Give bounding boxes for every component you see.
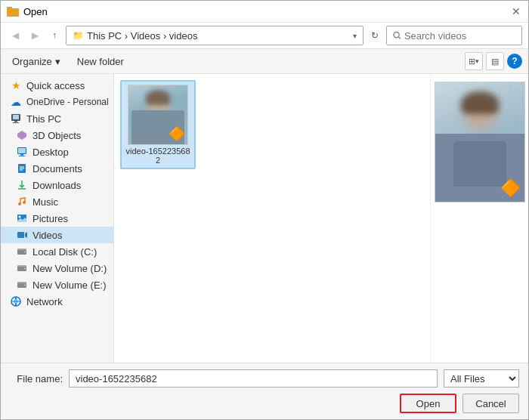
sidebar-label-desktop: Desktop	[32, 147, 69, 158]
preview-area: 🔶	[430, 74, 528, 363]
pictures-icon	[16, 212, 28, 224]
organize-button[interactable]: Organize ▾	[7, 53, 66, 70]
svg-point-26	[24, 252, 26, 253]
sidebar-label-downloads: Downloads	[32, 180, 81, 191]
svg-marker-8	[17, 131, 26, 140]
sidebar-label-videos: Videos	[32, 230, 63, 241]
sidebar: ★ Quick access ☁ OneDrive - Personal	[1, 74, 114, 363]
folder-icon	[7, 5, 19, 17]
sidebar-label-pictures: Pictures	[32, 213, 68, 224]
star-icon: ★	[10, 79, 22, 91]
sidebar-item-local-disk-c[interactable]: Local Disk (C:)	[1, 243, 113, 260]
sidebar-label-3d-objects: 3D Objects	[32, 130, 81, 141]
sidebar-label-documents: Documents	[32, 163, 82, 174]
svg-point-19	[23, 201, 26, 204]
svg-rect-10	[18, 148, 26, 153]
new-folder-label: New folder	[77, 56, 124, 67]
address-bar[interactable]: 📁 This PC › Videos › videos ▾	[66, 26, 363, 45]
sidebar-label-new-volume-d: New Volume (D:)	[32, 263, 107, 274]
file-grid: 🔶 video-165223568 2	[120, 80, 424, 169]
svg-rect-5	[13, 115, 19, 119]
help-button[interactable]: ?	[507, 54, 522, 69]
file-item[interactable]: 🔶 video-165223568 2	[120, 80, 196, 169]
sidebar-item-desktop[interactable]: Desktop	[1, 144, 113, 160]
sidebar-item-downloads[interactable]: Downloads	[1, 177, 113, 193]
pc-icon	[10, 113, 22, 125]
music-icon	[16, 196, 28, 208]
videos-icon	[16, 229, 28, 241]
help-icon: ?	[512, 56, 517, 66]
search-icon	[393, 31, 401, 40]
svg-rect-22	[17, 232, 24, 238]
svg-line-3	[398, 37, 401, 39]
search-bar[interactable]	[386, 26, 522, 45]
back-button[interactable]: ◀	[7, 27, 23, 44]
refresh-button[interactable]: ↻	[367, 27, 383, 44]
svg-rect-25	[17, 249, 26, 250]
address-dropdown-icon[interactable]: ▾	[353, 32, 357, 40]
view-dropdown-icon: ▾	[475, 57, 479, 65]
window-title: Open	[23, 6, 48, 17]
svg-marker-23	[25, 232, 27, 238]
bottom-bar: File name: All Files Open Cancel	[1, 363, 528, 419]
sidebar-item-pictures[interactable]: Pictures	[1, 210, 113, 227]
close-button[interactable]: ✕	[510, 5, 522, 17]
svg-point-32	[24, 285, 26, 286]
file-type-select[interactable]: All Files	[444, 369, 519, 388]
sidebar-label-network: Network	[26, 296, 63, 307]
sidebar-label-quick-access: Quick access	[26, 80, 85, 91]
open-dialog: Open ✕ ◀ ▶ ↑ 📁 This PC › Videos › videos…	[0, 0, 529, 420]
sidebar-item-quick-access[interactable]: ★ Quick access	[1, 77, 113, 94]
file-thumbnail: 🔶	[128, 85, 188, 145]
file-name-label: File name:	[10, 373, 63, 384]
svg-rect-7	[13, 122, 19, 123]
view-options-button[interactable]: ⊞ ▾	[465, 52, 483, 70]
sidebar-label-local-disk-c: Local Disk (C:)	[32, 246, 97, 258]
svg-point-29	[24, 268, 26, 270]
sidebar-item-network[interactable]: Network	[1, 293, 113, 310]
new-folder-button[interactable]: New folder	[72, 53, 129, 70]
sidebar-label-new-volume-e: New Volume (E:)	[32, 279, 107, 291]
forward-button[interactable]: ▶	[26, 27, 43, 44]
cancel-button[interactable]: Cancel	[462, 394, 519, 413]
documents-icon	[16, 162, 28, 174]
svg-rect-28	[17, 265, 26, 267]
svg-point-2	[394, 32, 399, 37]
file-name: video-165223568 2	[125, 147, 191, 165]
svg-point-18	[18, 202, 21, 205]
main-content: ★ Quick access ☁ OneDrive - Personal	[1, 74, 528, 363]
sidebar-item-new-volume-d[interactable]: New Volume (D:)	[1, 260, 113, 276]
sidebar-label-music: Music	[32, 196, 58, 208]
sidebar-item-videos[interactable]: Videos	[1, 227, 113, 243]
svg-rect-31	[17, 282, 26, 283]
svg-rect-1	[7, 7, 12, 10]
open-button[interactable]: Open	[400, 394, 456, 413]
file-name-row: File name: All Files	[10, 369, 519, 388]
search-input[interactable]	[404, 30, 515, 42]
desktop-icon	[16, 146, 28, 158]
address-folder-icon: 📁	[73, 30, 84, 41]
drive-c-icon	[16, 246, 28, 258]
drive-e-icon	[16, 279, 28, 291]
toolbar-right: ⊞ ▾ ▤ ?	[465, 52, 522, 70]
network-icon	[10, 295, 22, 307]
preview-image: 🔶	[435, 82, 525, 202]
sidebar-item-onedrive[interactable]: ☁ OneDrive - Personal	[1, 94, 113, 110]
organize-label: Organize	[12, 56, 52, 67]
svg-rect-6	[14, 121, 17, 122]
sidebar-item-music[interactable]: Music	[1, 193, 113, 210]
downloads-icon	[16, 179, 28, 191]
sidebar-item-this-pc[interactable]: This PC	[1, 110, 113, 127]
svg-point-21	[19, 216, 21, 218]
view-grid-icon: ⊞	[469, 57, 475, 66]
file-area: 🔶 video-165223568 2	[114, 74, 430, 363]
sidebar-item-3d-objects[interactable]: 3D Objects	[1, 127, 113, 144]
sidebar-item-documents[interactable]: Documents	[1, 160, 113, 177]
preview-pane-button[interactable]: ▤	[486, 52, 504, 70]
organize-dropdown-icon: ▾	[55, 56, 60, 67]
sidebar-item-new-volume-e[interactable]: New Volume (E:)	[1, 276, 113, 293]
cloud-icon: ☁	[10, 96, 22, 108]
file-name-input[interactable]	[69, 369, 438, 388]
buttons-row: Open Cancel	[10, 394, 519, 413]
up-button[interactable]: ↑	[46, 27, 63, 44]
